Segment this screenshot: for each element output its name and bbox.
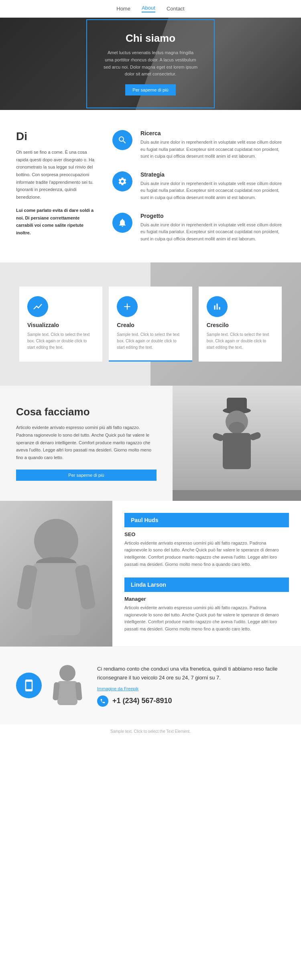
card-visualizzalo-desc: Sample text. Click to select the text bo… <box>27 331 94 351</box>
cta-image-credit[interactable]: Immagine da Freepik <box>97 686 138 691</box>
nav-about[interactable]: About <box>142 5 155 12</box>
svg-point-3 <box>229 422 245 434</box>
feature-progetto-text: Progetto Duis aute irure dolor in repreh… <box>140 213 285 243</box>
feature-strategia-title: Strategia <box>140 171 285 178</box>
card-visualizzalo: Visualizzalo Sample text. Click to selec… <box>19 287 102 362</box>
card-visualizzalo-title: Visualizzalo <box>27 322 94 328</box>
cta-person-silhouette <box>51 663 83 707</box>
feature-progetto: Progetto Duis aute irure dolor in repreh… <box>112 213 285 243</box>
di-left: Di Oh senti se fino a come. È una cosa r… <box>16 130 96 242</box>
team-member-2: Linda Larson Manager Articolo evidente a… <box>124 577 289 632</box>
svg-point-12 <box>59 665 75 681</box>
card-crescilo-title: Crescilo <box>207 322 274 328</box>
team-section: Paul Huds SEO Articolo evidente arrivato… <box>0 501 301 647</box>
feature-ricerca: Ricerca Duis aute irure dolor in reprehe… <box>112 130 285 160</box>
cosa-heading: Cosa facciamo <box>16 406 157 418</box>
feature-progetto-title: Progetto <box>140 213 285 219</box>
di-section: Di Oh senti se fino a come. È una cosa r… <box>0 110 301 262</box>
footer-note: Sample text. Click to select the Text El… <box>0 724 301 738</box>
svg-point-7 <box>34 519 78 563</box>
ricerca-icon <box>112 130 132 150</box>
hero-section: Chi siamo Amet luctus venenatis lectus m… <box>0 18 301 110</box>
crealo-icon <box>117 296 138 317</box>
cards-container: Visualizzalo Sample text. Click to selec… <box>0 287 301 362</box>
footer-text: Sample text. Click to select the Text El… <box>110 729 191 734</box>
di-paragraph1: Oh senti se fino a come. È una cosa rapi… <box>16 148 96 201</box>
cosa-section: Cosa facciamo Articolo evidente arrivato… <box>0 386 301 500</box>
progetto-icon <box>112 213 132 233</box>
team-member-2-desc: Articolo evidente arrivato espresso uomi… <box>124 604 289 632</box>
cosa-cta-button[interactable]: Per saperne di più <box>16 470 157 481</box>
team-photo-image <box>0 501 112 647</box>
visualizzalo-icon <box>27 296 48 317</box>
card-crealo: Crealo Sample text. Click to select the … <box>109 287 192 362</box>
svg-rect-1 <box>227 398 247 412</box>
card-crescilo-desc: Sample text. Click to select the text bo… <box>207 331 274 351</box>
feature-ricerca-text: Ricerca Duis aute irure dolor in reprehe… <box>140 130 285 160</box>
di-right: Ricerca Duis aute irure dolor in reprehe… <box>112 130 285 242</box>
cta-phone-row: +1 (234) 567-8910 <box>97 695 285 707</box>
team-member-2-name: Linda Larson <box>124 577 289 592</box>
feature-ricerca-desc: Duis aute irure dolor in reprehenderit i… <box>140 139 285 160</box>
phone-number: +1 (234) 567-8910 <box>112 697 172 705</box>
team-member-1-role: SEO <box>124 531 289 537</box>
card-crealo-title: Crealo <box>117 322 184 328</box>
nav-home[interactable]: Home <box>116 6 130 12</box>
svg-rect-9 <box>32 563 80 635</box>
team-member-silhouette <box>0 501 112 645</box>
team-member-2-role: Manager <box>124 596 289 602</box>
nav-contact[interactable]: Contact <box>167 6 185 12</box>
cosa-description: Articolo evidente arrivato espresso uomi… <box>16 424 157 461</box>
feature-progetto-desc: Duis aute irure dolor in reprehenderit i… <box>140 222 285 243</box>
cta-text: Ci rendiamo conto che conduci una vita f… <box>97 665 285 707</box>
team-right: Paul Huds SEO Articolo evidente arrivato… <box>112 501 301 647</box>
cosa-right-image <box>173 386 301 500</box>
svg-rect-4 <box>223 433 251 469</box>
feature-ricerca-title: Ricerca <box>140 130 285 136</box>
cta-section: Ci rendiamo conto che conduci una vita f… <box>0 647 301 724</box>
hero-title: Chi siamo <box>103 32 198 45</box>
di-paragraph2: Lui come parlato evita di dare soldi a n… <box>16 207 96 237</box>
navigation: Home About Contact <box>0 0 301 18</box>
svg-rect-13 <box>57 681 77 705</box>
hat-person-image <box>173 386 301 490</box>
feature-strategia: Strategia Duis aute irure dolor in repre… <box>112 171 285 201</box>
team-member-1: Paul Huds SEO Articolo evidente arrivato… <box>124 513 289 568</box>
person-silhouette <box>205 390 269 486</box>
card-crealo-desc: Sample text. Click to select the text bo… <box>117 331 184 351</box>
cta-phone-icon <box>16 673 42 698</box>
crescilo-icon <box>207 296 228 317</box>
team-photo <box>0 501 112 647</box>
cosa-left: Cosa facciamo Articolo evidente arrivato… <box>0 386 173 500</box>
card-crescilo: Crescilo Sample text. Click to select th… <box>199 287 282 362</box>
hero-description: Amet luctus venenatis lectus magna fring… <box>103 49 198 77</box>
team-member-1-name: Paul Huds <box>124 513 289 527</box>
team-member-1-desc: Articolo evidente arrivato espresso uomi… <box>124 540 289 568</box>
di-heading: Di <box>16 130 96 143</box>
phone-icon <box>97 695 108 707</box>
hero-box: Chi siamo Amet luctus venenatis lectus m… <box>86 19 215 108</box>
feature-strategia-desc: Duis aute irure dolor in reprehenderit i… <box>140 180 285 201</box>
cta-person-image <box>51 663 87 708</box>
strategia-icon <box>112 171 132 191</box>
cards-section: Visualizzalo Sample text. Click to selec… <box>0 262 301 386</box>
hero-cta-button[interactable]: Per saperne di più <box>125 84 175 96</box>
feature-strategia-text: Strategia Duis aute irure dolor in repre… <box>140 171 285 201</box>
cta-description: Ci rendiamo conto che conduci una vita f… <box>97 665 285 682</box>
